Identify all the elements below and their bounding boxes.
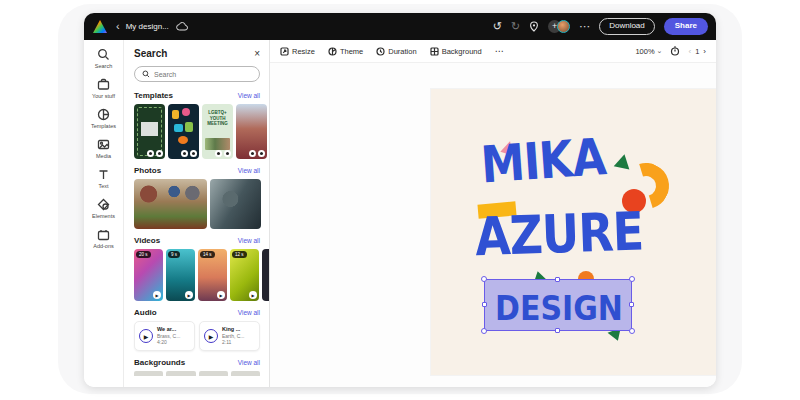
play-icon[interactable]: ▶ bbox=[185, 291, 193, 299]
selection-handle[interactable] bbox=[482, 302, 487, 307]
view-all-templates-link[interactable]: View all bbox=[238, 92, 260, 99]
chevron-down-icon: ⌄ bbox=[657, 47, 663, 55]
templates-row: LGBTQ+ YOUTH MEETING bbox=[134, 104, 260, 159]
back-chevron-icon[interactable]: ‹ bbox=[116, 21, 120, 32]
photo-thumb-1[interactable] bbox=[134, 179, 207, 229]
video-thumb-1[interactable]: 20 s ▶ bbox=[134, 249, 163, 301]
template-action-icon[interactable] bbox=[215, 150, 222, 157]
template-action-icon[interactable] bbox=[147, 150, 154, 157]
video-thumb-2[interactable]: 9 s ▶ bbox=[166, 249, 195, 301]
close-icon[interactable]: × bbox=[254, 49, 260, 59]
rail-item-templates[interactable]: Templates bbox=[86, 108, 122, 129]
rail-item-your-stuff[interactable]: Your stuff bbox=[86, 78, 122, 99]
play-icon[interactable]: ▶ bbox=[204, 329, 218, 343]
template-thumb-1[interactable] bbox=[134, 104, 165, 159]
artboard[interactable]: MIKA AZURE DESIGN bbox=[431, 89, 716, 375]
text-icon bbox=[97, 168, 110, 181]
template-thumb-2[interactable] bbox=[168, 104, 199, 159]
document-title[interactable]: My design... bbox=[126, 22, 169, 31]
section-title-audio: Audio bbox=[134, 308, 157, 317]
rail-item-elements[interactable]: Elements bbox=[86, 198, 122, 219]
search-input[interactable] bbox=[154, 71, 252, 78]
video-duration-badge: 12 s bbox=[232, 251, 247, 258]
search-box[interactable] bbox=[134, 66, 260, 82]
photo-thumb-2[interactable] bbox=[210, 179, 261, 229]
topbar-actions: ↺ ↻ + ⋯ Download Share bbox=[493, 18, 708, 34]
green-triangle-shape[interactable] bbox=[614, 152, 633, 169]
undo-icon[interactable]: ↺ bbox=[493, 21, 502, 32]
media-icon bbox=[97, 138, 110, 151]
template-caption: LGBTQ+ YOUTH MEETING bbox=[205, 110, 230, 127]
audio-card-1[interactable]: ▶ We ar... Brass, C... 4:20 bbox=[134, 321, 195, 351]
audio-duration: 4:20 bbox=[157, 339, 180, 345]
toolbar-more-icon[interactable]: ⋯ bbox=[495, 46, 504, 56]
selection-handle[interactable] bbox=[481, 276, 487, 282]
template-add-icon[interactable] bbox=[224, 150, 231, 157]
background-button[interactable]: Background bbox=[430, 47, 482, 56]
page-number: 1 bbox=[695, 47, 699, 56]
duration-button[interactable]: Duration bbox=[376, 47, 416, 56]
comment-pin-icon[interactable] bbox=[529, 21, 539, 32]
audio-card-2[interactable]: ▶ King ... Earth, C... 2:11 bbox=[199, 321, 260, 351]
view-all-backgrounds-link[interactable]: View all bbox=[238, 359, 260, 366]
screenshot-stage: ‹ My design... ↺ ↻ + ⋯ Download Share bbox=[0, 0, 800, 400]
template-thumb-4[interactable] bbox=[236, 104, 267, 159]
share-button[interactable]: Share bbox=[664, 18, 708, 34]
videos-row: 20 s ▶ 9 s ▶ 14 s ▶ 12 s ▶ bbox=[134, 249, 260, 301]
section-title-videos: Videos bbox=[134, 236, 160, 245]
backgrounds-row bbox=[134, 371, 260, 376]
more-options-icon[interactable]: ⋯ bbox=[579, 21, 590, 32]
avatar[interactable] bbox=[557, 20, 570, 33]
rail-item-add-ons[interactable]: Add-ons bbox=[86, 228, 122, 249]
view-all-videos-link[interactable]: View all bbox=[238, 237, 260, 244]
video-thumb-5[interactable] bbox=[262, 249, 270, 301]
artwork-text-mika[interactable]: MIKA bbox=[479, 131, 607, 190]
selection-handle[interactable] bbox=[629, 276, 635, 282]
template-add-icon[interactable] bbox=[258, 150, 265, 157]
redo-icon[interactable]: ↻ bbox=[511, 21, 520, 32]
timer-icon[interactable] bbox=[670, 42, 680, 60]
audio-duration: 2:11 bbox=[222, 339, 245, 345]
app-logo-icon[interactable] bbox=[92, 19, 108, 35]
selection-handle[interactable] bbox=[481, 328, 487, 334]
play-icon[interactable]: ▶ bbox=[139, 329, 153, 343]
zoom-control[interactable]: 100% ⌄ bbox=[635, 47, 662, 56]
checkerboard-icon bbox=[430, 47, 439, 56]
video-thumb-3[interactable]: 14 s ▶ bbox=[198, 249, 227, 301]
your-stuff-icon bbox=[97, 78, 110, 91]
selection-handle[interactable] bbox=[555, 277, 560, 282]
collaborators[interactable]: + bbox=[548, 20, 570, 33]
play-icon[interactable]: ▶ bbox=[249, 291, 257, 299]
page-navigator: ‹ 1 › bbox=[688, 47, 706, 56]
selection-handle[interactable] bbox=[555, 328, 560, 333]
template-thumb-3[interactable]: LGBTQ+ YOUTH MEETING bbox=[202, 104, 233, 159]
download-button[interactable]: Download bbox=[599, 18, 655, 34]
rail-item-search[interactable]: Search bbox=[86, 48, 122, 69]
video-thumb-4[interactable]: 12 s ▶ bbox=[230, 249, 259, 301]
search-icon bbox=[142, 70, 150, 78]
play-icon[interactable]: ▶ bbox=[217, 291, 225, 299]
view-all-audio-link[interactable]: View all bbox=[238, 309, 260, 316]
template-add-icon[interactable] bbox=[190, 150, 197, 157]
artwork-text-azure[interactable]: AZURE bbox=[474, 205, 644, 264]
theme-button[interactable]: Theme bbox=[328, 47, 363, 56]
selection-handle[interactable] bbox=[629, 328, 635, 334]
prev-page-icon[interactable]: ‹ bbox=[688, 47, 691, 56]
template-add-icon[interactable] bbox=[156, 150, 163, 157]
selected-text-block[interactable]: DESIGN bbox=[484, 279, 632, 331]
play-icon[interactable]: ▶ bbox=[153, 291, 161, 299]
rail-item-media[interactable]: Media bbox=[86, 138, 122, 159]
topbar: ‹ My design... ↺ ↻ + ⋯ Download Share bbox=[84, 13, 716, 40]
template-action-icon[interactable] bbox=[249, 150, 256, 157]
photos-row bbox=[134, 179, 260, 229]
selection-handle[interactable] bbox=[629, 302, 634, 307]
search-icon bbox=[97, 48, 110, 61]
cloud-sync-icon bbox=[176, 22, 188, 31]
next-page-icon[interactable]: › bbox=[703, 47, 706, 56]
rail-item-text[interactable]: Text bbox=[86, 168, 122, 189]
view-all-photos-link[interactable]: View all bbox=[238, 167, 260, 174]
video-duration-badge: 20 s bbox=[136, 251, 151, 258]
templates-icon bbox=[97, 108, 110, 121]
template-action-icon[interactable] bbox=[181, 150, 188, 157]
resize-button[interactable]: Resize bbox=[280, 47, 315, 56]
